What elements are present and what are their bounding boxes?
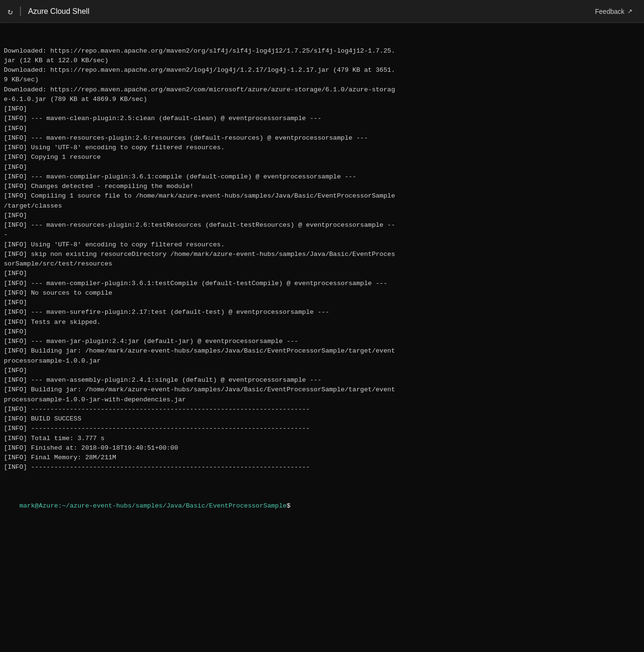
terminal-line: [INFO] --- maven-surefire-plugin:2.17:te… [4, 308, 640, 317]
terminal-line: [INFO] [4, 298, 640, 308]
titlebar: ↻ | Azure Cloud Shell Feedback ↗ [0, 0, 644, 23]
terminal-prompt-line: mark@Azure:~/azure-event-hubs/samples/Ja… [4, 492, 640, 521]
terminal-line: [INFO] Copying 1 resource [4, 153, 640, 162]
terminal-line: processorsample-1.0.0.jar [4, 356, 640, 366]
terminal-line: sorSample/src/test/resources [4, 259, 640, 269]
feedback-label: Feedback [595, 8, 624, 15]
terminal-line: [INFO] BUILD SUCCESS [4, 414, 640, 424]
terminal-line: [INFO] ---------------------------------… [4, 424, 640, 433]
terminal-line: [INFO] No sources to compile [4, 288, 640, 298]
terminal-line: e-6.1.0.jar (789 KB at 4869.9 KB/sec) [4, 95, 640, 104]
terminal-line: [INFO] Compiling 1 source file to /home/… [4, 191, 640, 201]
terminal-line: [INFO] [4, 327, 640, 337]
prompt-path: mark@Azure:~/azure-event-hubs/samples/Ja… [19, 502, 286, 509]
feedback-button[interactable]: Feedback ↗ [591, 6, 636, 17]
terminal-line: [INFO] Using 'UTF-8' encoding to copy fi… [4, 240, 640, 250]
terminal-line: [INFO] [4, 269, 640, 278]
page-title: Azure Cloud Shell [28, 7, 89, 16]
terminal-line: [INFO] [4, 104, 640, 114]
terminal-line: [INFO] [4, 163, 640, 172]
terminal-line: [INFO] --- maven-assembly-plugin:2.4.1:s… [4, 376, 640, 385]
terminal-line: [INFO] --- maven-clean-plugin:2.5:clean … [4, 114, 640, 123]
terminal-line: [INFO] --- maven-compiler-plugin:3.6.1:c… [4, 172, 640, 182]
terminal-line: [INFO] Final Memory: 28M/211M [4, 453, 640, 463]
terminal-line: [INFO] --- maven-compiler-plugin:3.6.1:t… [4, 279, 640, 288]
external-link-icon: ↗ [627, 8, 633, 15]
terminal-line: Downloaded: https://repo.maven.apache.or… [4, 46, 640, 56]
titlebar-left: ↻ | Azure Cloud Shell [8, 6, 89, 17]
terminal-line: [INFO] [4, 124, 640, 133]
terminal-line: [INFO] --- maven-resources-plugin:2.6:te… [4, 221, 640, 230]
terminal-line: [INFO] [4, 366, 640, 376]
terminal-line: [INFO] Total time: 3.777 s [4, 434, 640, 443]
refresh-icon[interactable]: ↻ [8, 6, 13, 17]
terminal-output: Downloaded: https://repo.maven.apache.or… [4, 46, 640, 473]
terminal-line: /target/classes [4, 201, 640, 211]
terminal-line: [INFO] skip non existing resourceDirecto… [4, 250, 640, 259]
terminal-line: [INFO] Tests are skipped. [4, 318, 640, 327]
terminal-line: [INFO] ---------------------------------… [4, 405, 640, 414]
terminal-line: - [4, 230, 640, 240]
terminal-line: [INFO] ---------------------------------… [4, 463, 640, 472]
terminal-line: Downloaded: https://repo.maven.apache.or… [4, 66, 640, 75]
terminal-line: Downloaded: https://repo.maven.apache.or… [4, 85, 640, 95]
terminal-line: 9 KB/sec) [4, 75, 640, 85]
terminal-line: jar (12 KB at 122.0 KB/sec) [4, 56, 640, 66]
terminal-line: [INFO] --- maven-resources-plugin:2.6:re… [4, 133, 640, 143]
terminal-line: [INFO] Building jar: /home/mark/azure-ev… [4, 346, 640, 356]
terminal-line: [INFO] --- maven-jar-plugin:2.4:jar (def… [4, 337, 640, 346]
terminal-line: [INFO] Finished at: 2018-09-18T19:40:51+… [4, 443, 640, 453]
terminal-line: processorsample-1.0.0-jar-with-dependenc… [4, 395, 640, 405]
terminal-line: [INFO] Changes detected - recompiling th… [4, 182, 640, 191]
prompt-dollar: $ [286, 502, 290, 509]
titlebar-divider: | [18, 6, 23, 17]
terminal-line: [INFO] [4, 211, 640, 221]
terminal-line: [INFO] Building jar: /home/mark/azure-ev… [4, 385, 640, 395]
terminal[interactable]: Downloaded: https://repo.maven.apache.or… [0, 23, 644, 652]
terminal-line: [INFO] Using 'UTF-8' encoding to copy fi… [4, 143, 640, 153]
